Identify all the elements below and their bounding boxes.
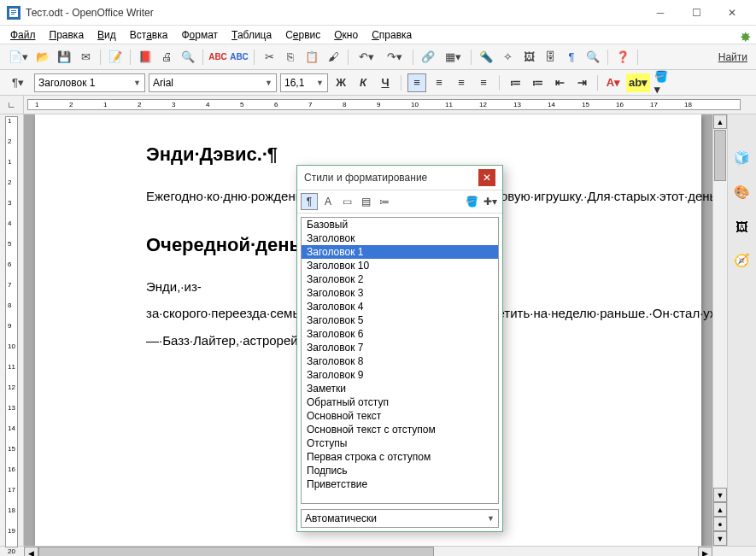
style-list-item[interactable]: Основной текст с отступом [302,423,498,436]
navigator-button[interactable]: ✧ [498,48,517,67]
vertical-ruler[interactable]: 121234567891011121314151617181920 [5,116,18,547]
style-list-item[interactable]: Основной текст [302,409,498,423]
maximize-button[interactable]: ☐ [679,1,713,25]
menu-help[interactable]: Справка [366,27,417,43]
table-button[interactable]: ▦▾ [440,48,466,67]
list-styles-tab[interactable]: ≔ [376,193,393,210]
align-center-button[interactable]: ≡ [430,73,448,92]
email-button[interactable]: ✉ [76,48,95,67]
scroll-thumb[interactable] [714,130,726,181]
style-list-item[interactable]: Приветствие [302,477,498,491]
align-right-button[interactable]: ≡ [452,73,471,92]
menu-file[interactable]: Файл [5,27,41,43]
style-list-item[interactable]: Заголовок 3 [302,286,498,300]
style-list-item[interactable]: Первая строка с отступом [302,450,498,464]
menu-tools[interactable]: Сервис [280,27,325,43]
style-list-item[interactable]: Заголовок 5 [302,313,498,327]
gallery-button[interactable]: 🖼 [519,48,538,67]
menu-format[interactable]: Формат [176,27,223,43]
dialog-close-button[interactable]: ✕ [478,169,495,186]
decrease-indent-button[interactable]: ⇤ [550,73,569,92]
find-button[interactable]: 🔦 [477,48,495,67]
style-list-item[interactable]: Подпись [302,464,498,477]
numbered-list-button[interactable]: ≔ [506,73,525,92]
horizontal-scrollbar[interactable]: ◀ ▶ [0,546,756,556]
style-list-item[interactable]: Заголовок 6 [302,327,498,341]
styles-button[interactable]: ¶▾ [5,73,31,92]
bold-button[interactable]: Ж [331,73,350,92]
style-list-item[interactable]: Заголовок 1 [302,245,498,259]
open-button[interactable]: 📂 [33,48,52,67]
menu-insert[interactable]: Вставка [125,27,173,43]
minimize-button[interactable]: ─ [643,1,677,25]
datasources-button[interactable]: 🗄 [541,48,560,67]
find-toolbar-label[interactable]: Найти [715,51,751,63]
style-list-item[interactable]: Заголовок 10 [302,259,498,272]
styles-filter-combo[interactable]: Автоматически▼ [301,509,499,528]
menu-edit[interactable]: Правка [44,27,90,43]
edit-mode-button[interactable]: 📝 [106,48,125,67]
scroll-up-button[interactable]: ▲ [713,114,727,129]
help-button[interactable]: ❓ [613,48,632,67]
paste-button[interactable]: 📋 [302,48,321,67]
menu-window[interactable]: Окно [329,27,363,43]
vertical-scrollbar[interactable]: ▲ ▼ ▲ ● ▼ [712,114,727,546]
font-size-combo[interactable]: 16,1▼ [280,73,328,92]
style-list-item[interactable]: Заголовок 2 [302,272,498,286]
spellcheck-button[interactable]: ABC [208,48,227,67]
style-list-item[interactable]: Базовый [302,218,498,231]
character-styles-tab[interactable]: A [319,193,337,210]
frame-styles-tab[interactable]: ▭ [338,193,355,210]
print-button[interactable]: 🖨 [157,48,176,67]
page-styles-tab[interactable]: ▤ [357,193,374,210]
zoom-button[interactable]: 🔍 [583,48,602,67]
fill-format-button[interactable]: 🪣 [463,193,480,210]
background-color-button[interactable]: 🪣▾ [653,73,672,92]
bullet-list-button[interactable]: ≔ [528,73,547,92]
sidebar-styles-icon[interactable]: 🎨 [733,183,752,202]
copy-button[interactable]: ⎘ [281,48,300,67]
sidebar-gallery-icon[interactable]: 🖼 [733,217,752,236]
styles-dialog[interactable]: Стили и форматирование ✕ ¶ A ▭ ▤ ≔ 🪣 ✚▾ … [296,165,503,532]
export-pdf-button[interactable]: 📕 [136,48,155,67]
style-list-item[interactable]: Заголовок 4 [302,300,498,313]
italic-button[interactable]: К [354,73,372,92]
styles-list[interactable]: БазовыйЗаголовокЗаголовок 1Заголовок 10З… [301,217,499,504]
scroll-thumb-h[interactable] [38,547,434,556]
sidebar-properties-icon[interactable]: 🧊 [733,149,752,167]
dialog-title-bar[interactable]: Стили и форматирование ✕ [297,166,502,190]
style-list-item[interactable]: Заголовок 7 [302,341,498,354]
prev-page-button[interactable]: ▲ [713,502,727,517]
undo-button[interactable]: ↶▾ [354,48,379,67]
menu-table[interactable]: Таблица [226,27,277,43]
nonprinting-button[interactable]: ¶ [562,48,581,67]
horizontal-ruler[interactable]: 12123456789101112131415161718 [27,99,741,110]
next-page-button[interactable]: ▼ [713,531,727,546]
align-left-button[interactable]: ≡ [407,73,426,92]
align-justify-button[interactable]: ≡ [474,73,493,92]
close-button[interactable]: ✕ [715,1,749,25]
redo-button[interactable]: ↷▾ [382,48,407,67]
preview-button[interactable]: 🔍 [179,48,197,67]
style-list-item[interactable]: Заголовок 8 [302,354,498,368]
scroll-left-button[interactable]: ◀ [24,547,38,556]
paragraph-styles-tab[interactable]: ¶ [301,193,318,210]
font-name-combo[interactable]: Arial▼ [149,73,277,92]
highlight-button[interactable]: ab▾ [626,73,650,92]
scroll-right-button[interactable]: ▶ [698,547,712,556]
new-doc-button[interactable]: 📄▾ [5,48,31,67]
cut-button[interactable]: ✂ [260,48,278,67]
style-list-item[interactable]: Заголовок 9 [302,368,498,382]
style-list-item[interactable]: Отступы [302,436,498,450]
save-button[interactable]: 💾 [55,48,73,67]
new-style-button[interactable]: ✚▾ [482,193,499,210]
scroll-down-button[interactable]: ▼ [713,488,727,502]
style-list-item[interactable]: Заметки [302,382,498,395]
underline-button[interactable]: Ч [376,73,395,92]
hyperlink-button[interactable]: 🔗 [419,48,437,67]
style-list-item[interactable]: Обратный отступ [302,395,498,409]
paragraph-style-combo[interactable]: Заголовок 1▼ [34,73,145,92]
autospell-button[interactable]: ABC [230,48,249,67]
browse-object-button[interactable]: ● [713,517,727,531]
menu-view[interactable]: Вид [92,27,121,43]
